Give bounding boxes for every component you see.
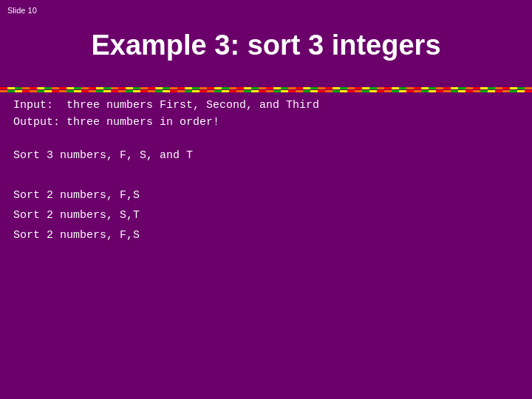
slide-content: Input: three numbers First, Second, and … (13, 98, 519, 245)
title-container: Example 3: sort 3 integers (0, 22, 532, 72)
divider-bottom (0, 90, 532, 92)
sort2-line-1: Sort 2 numbers, F,S (13, 185, 519, 205)
sort2-line-3: Sort 2 numbers, F,S (13, 225, 519, 245)
sort2-line-2: Sort 2 numbers, S,T (13, 205, 519, 225)
blank-line (13, 166, 519, 185)
slide-label: Slide 10 (7, 6, 37, 15)
input-output-block: Input: three numbers First, Second, and … (13, 98, 519, 131)
slide-title: Example 3: sort 3 integers (91, 30, 440, 61)
sort3-line: Sort 3 numbers, F, S, and T (13, 146, 519, 166)
sort-instructions: Sort 3 numbers, F, S, and T Sort 2 numbe… (13, 146, 519, 245)
output-line: Output: three numbers in order! (13, 115, 519, 132)
input-line: Input: three numbers First, Second, and … (13, 98, 519, 115)
divider-top (0, 87, 532, 89)
